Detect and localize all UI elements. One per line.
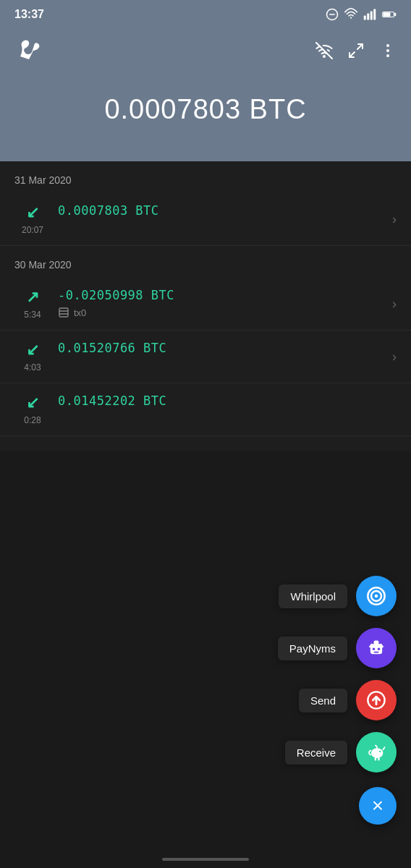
tx-icon-col: ↙ 0:28: [14, 393, 51, 425]
outgoing-arrow-icon: ↗: [26, 288, 39, 307]
table-row[interactable]: ↙ 20:07 0.0007803 BTC ›: [0, 193, 411, 246]
svg-rect-24: [374, 652, 379, 653]
transaction-list: 31 Mar 2020 ↙ 20:07 0.0007803 BTC › 30 M…: [0, 161, 411, 451]
balance-amount: 0.0007803 BTC: [14, 94, 397, 125]
signal-icon: [363, 8, 376, 21]
svg-point-29: [371, 748, 383, 758]
svg-line-11: [357, 44, 363, 49]
incoming-arrow-icon: ↙: [26, 203, 39, 222]
svg-rect-9: [394, 13, 396, 16]
table-row[interactable]: ↗ 5:34 -0.02050998 BTC tx0 ›: [0, 278, 411, 331]
tx-amount: 0.01452202 BTC: [58, 393, 166, 408]
fab-item-receive: Receive: [285, 732, 397, 773]
receive-icon: [366, 742, 386, 762]
svg-rect-16: [59, 308, 68, 317]
table-row[interactable]: ↙ 0:28 0.01452202 BTC: [0, 383, 411, 436]
tx-time: 4:03: [24, 362, 41, 373]
tx-details: 0.01452202 BTC: [51, 393, 397, 408]
date-header-1: 31 Mar 2020: [0, 161, 411, 193]
svg-point-14: [386, 49, 389, 52]
tx-icon-col: ↙ 4:03: [14, 341, 51, 373]
whirlpool-label: Whirlpool: [279, 584, 347, 608]
svg-rect-4: [367, 14, 369, 20]
tx-details: 0.0007803 BTC: [51, 203, 386, 218]
paynyms-label: PayNyms: [278, 637, 347, 660]
paynyms-button[interactable]: [356, 628, 397, 668]
date-header-2: 30 Mar 2020: [0, 246, 411, 278]
dnd-icon: [326, 8, 339, 21]
whirlpool-button[interactable]: [356, 576, 397, 616]
send-button[interactable]: [356, 680, 397, 720]
battery-icon: [382, 9, 397, 20]
svg-line-12: [349, 52, 355, 57]
tx-sub-label: tx0: [74, 307, 86, 318]
tx-sub: tx0: [58, 307, 386, 318]
tx-amount: -0.02050998 BTC: [58, 288, 174, 302]
no-wifi-icon[interactable]: [315, 42, 333, 59]
tx-icon-col: ↗ 5:34: [14, 288, 51, 320]
svg-point-2: [350, 17, 352, 18]
whirlpool-icon: [366, 586, 386, 606]
status-bar: 13:37: [0, 0, 411, 29]
svg-point-10: [323, 56, 325, 57]
bottom-nav-indicator: [162, 858, 249, 861]
svg-point-22: [373, 647, 376, 650]
tx-time: 0:28: [24, 415, 41, 425]
svg-rect-8: [383, 12, 390, 17]
svg-rect-6: [373, 9, 376, 20]
balance-section: 0.0007803 BTC: [0, 72, 411, 161]
svg-point-30: [379, 751, 381, 752]
table-row[interactable]: ↙ 4:03 0.01520766 BTC ›: [0, 331, 411, 383]
wifi-icon: [344, 8, 357, 21]
header-actions: [315, 42, 397, 59]
svg-point-15: [386, 54, 389, 57]
svg-point-19: [375, 595, 378, 598]
svg-point-23: [378, 647, 381, 650]
chevron-right-icon: ›: [392, 297, 397, 312]
status-icons: [326, 8, 397, 21]
send-icon: [366, 690, 386, 710]
fab-item-send: Send: [299, 680, 397, 720]
file-icon: [58, 307, 69, 318]
fab-item-whirlpool: Whirlpool: [279, 576, 397, 616]
fab-menu: Whirlpool PayNyms: [278, 576, 397, 825]
tx-amount: 0.0007803 BTC: [58, 203, 159, 218]
svg-rect-5: [370, 12, 373, 20]
tx-time: 20:07: [22, 225, 43, 235]
svg-rect-3: [364, 16, 366, 20]
fab-item-paynyms: PayNyms: [278, 628, 397, 668]
fab-close-row: ×: [359, 787, 397, 825]
fullscreen-icon[interactable]: [347, 42, 365, 59]
more-icon[interactable]: [379, 42, 397, 59]
tx-details: -0.02050998 BTC tx0: [51, 288, 386, 318]
chevron-right-icon: ›: [392, 349, 397, 365]
incoming-arrow-icon: ↙: [26, 393, 39, 412]
svg-rect-21: [374, 641, 379, 645]
tx-time: 5:34: [24, 310, 41, 320]
status-time: 13:37: [14, 8, 44, 21]
fab-close-button[interactable]: ×: [359, 787, 397, 825]
paynyms-icon: [366, 638, 386, 658]
send-label: Send: [299, 689, 347, 712]
app-header: [0, 29, 411, 72]
app-logo[interactable]: [14, 36, 41, 65]
receive-label: Receive: [285, 741, 347, 765]
chevron-right-icon: ›: [392, 212, 397, 227]
incoming-arrow-icon: ↙: [26, 341, 39, 359]
svg-point-13: [386, 44, 389, 47]
receive-button[interactable]: [356, 732, 397, 773]
tx-amount: 0.01520766 BTC: [58, 341, 166, 355]
tx-icon-col: ↙ 20:07: [14, 203, 51, 235]
close-icon: ×: [372, 796, 384, 816]
tx-details: 0.01520766 BTC: [51, 341, 386, 355]
